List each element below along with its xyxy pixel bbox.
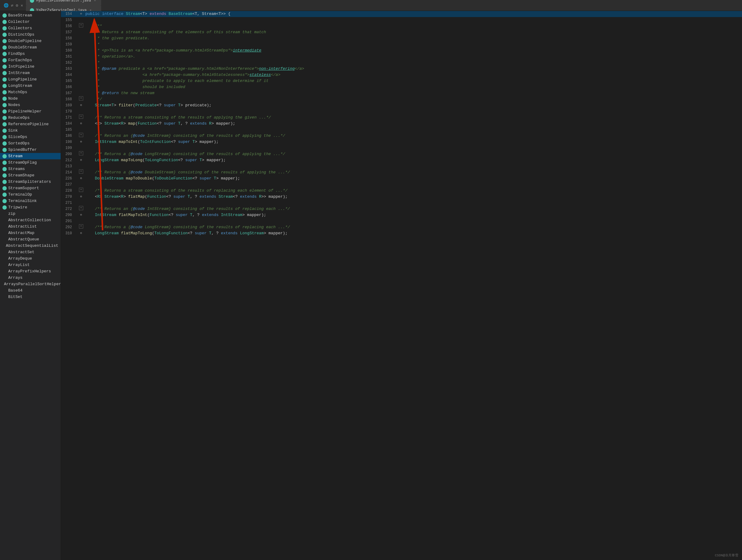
- fold-box-icon[interactable]: +: [79, 206, 83, 210]
- sidebar-item-collectors[interactable]: Collectors: [0, 25, 61, 32]
- fold-box-icon[interactable]: +: [79, 115, 83, 119]
- sidebar-item-doublestream[interactable]: DoubleStream: [0, 44, 61, 51]
- fold-box-icon[interactable]: +: [79, 96, 83, 101]
- code-line-160: 160 * <p>This is an <a href="package-sum…: [61, 48, 742, 54]
- sidebar-item-streamspliterators[interactable]: StreamSpliterators: [0, 178, 61, 185]
- sidebar-item-intstream[interactable]: IntStream: [0, 70, 61, 76]
- fold-box-icon[interactable]: +: [79, 169, 83, 174]
- sidebar-item-distinctops[interactable]: DistinctOps: [0, 32, 61, 38]
- sidebar-item-label: AbstractCollection: [8, 218, 51, 222]
- sidebar-item-stream[interactable]: Stream: [0, 153, 61, 159]
- code-line-212: 212⊕ LongStream mapToLong(ToLongFunction…: [61, 157, 742, 163]
- line-content: * should be included: [85, 84, 742, 90]
- sidebar-item-streams[interactable]: Streams: [0, 166, 61, 172]
- line-number: 155: [61, 17, 77, 23]
- sidebar-item-abstractmap[interactable]: AbstractMap: [0, 230, 61, 236]
- sidebar-item-intpipeline[interactable]: IntPipeline: [0, 63, 61, 70]
- fold-arrow-icon[interactable]: ⊕: [80, 230, 82, 236]
- sidebar-item-findops[interactable]: FindOps: [0, 51, 61, 57]
- fold-box-icon[interactable]: +: [79, 224, 83, 228]
- fold-box-icon[interactable]: +: [79, 151, 83, 155]
- line-content: <R> Stream<R> map(Function<? super T, ? …: [85, 121, 742, 127]
- fold-box-icon[interactable]: +: [79, 23, 83, 27]
- sidebar-item-terminalop[interactable]: TerminalOp: [0, 191, 61, 198]
- class-icon: [2, 186, 7, 190]
- line-gutter: +: [77, 188, 85, 192]
- sidebar-item-spinedbuffer[interactable]: SpinedBuffer: [0, 147, 61, 153]
- fold-arrow-icon[interactable]: ⊕: [80, 157, 82, 163]
- settings-icon: ⚙: [16, 3, 18, 8]
- class-icon: [2, 65, 7, 69]
- class-icon: [2, 148, 7, 152]
- sidebar-item-label: AbstractSequentialList: [6, 243, 58, 248]
- sidebar-item-zip[interactable]: zip: [0, 211, 61, 217]
- sidebar-item-label: StreamShape: [8, 173, 35, 178]
- sidebar-item-streamopflag[interactable]: StreamOpFlag: [0, 159, 61, 166]
- sidebar-item-basestream[interactable]: BaseStream: [0, 12, 61, 18]
- sidebar-item-reduceops[interactable]: ReduceOps: [0, 115, 61, 121]
- sidebar-item-sortedops[interactable]: SortedOps: [0, 140, 61, 147]
- tab-close-mybatis[interactable]: ×: [93, 0, 97, 3]
- fold-arrow-icon[interactable]: ⊕: [80, 212, 82, 218]
- sidebar-item-label: ForEachOps: [8, 58, 32, 62]
- class-icon: [2, 13, 7, 18]
- line-content: /** Returns an {@code IntStream} consist…: [85, 206, 742, 212]
- sidebar-item-longpipeline[interactable]: LongPipeline: [0, 76, 61, 82]
- sidebar-item-collector[interactable]: Collector: [0, 18, 61, 25]
- line-number: 291: [61, 218, 77, 224]
- fold-arrow-icon[interactable]: ⊕: [80, 175, 82, 182]
- fold-arrow-icon[interactable]: ⊕: [80, 102, 82, 108]
- sidebar-item-nodes[interactable]: Nodes: [0, 102, 61, 108]
- line-gutter: ⊕: [77, 157, 85, 163]
- sidebar-item-arrays[interactable]: Arrays: [0, 275, 61, 281]
- code-line-214: 214+ /** Returns a {@code DoubleStream} …: [61, 169, 742, 175]
- code-line-270: 270⊕ <R> Stream<R> flatMap(Function<? su…: [61, 194, 742, 200]
- fold-arrow-icon[interactable]: ⊕: [80, 194, 82, 200]
- sidebar-item-foreachops[interactable]: ForEachOps: [0, 57, 61, 63]
- sidebar-item-abstractcollection[interactable]: AbstractCollection: [0, 217, 61, 223]
- fold-box-icon[interactable]: +: [79, 188, 83, 192]
- fold-arrow-icon[interactable]: ⊕: [80, 139, 82, 145]
- fold-box-icon[interactable]: +: [79, 133, 83, 137]
- sidebar-item-abstractqueue[interactable]: AbstractQueue: [0, 236, 61, 242]
- sidebar-item-arraylist[interactable]: ArrayList: [0, 262, 61, 268]
- sidebar-item-doublepipeline[interactable]: DoublePipeline: [0, 38, 61, 44]
- sidebar-item-pipelinehelper[interactable]: PipelineHelper: [0, 108, 61, 115]
- sidebar-item-bitset[interactable]: BitSet: [0, 294, 61, 300]
- sidebar-item-matchops[interactable]: MatchOps: [0, 89, 61, 95]
- sidebar-item-sink[interactable]: Sink: [0, 127, 61, 134]
- split-icon: ⇄: [11, 3, 13, 8]
- line-content: * @return the new stream: [85, 90, 742, 96]
- sidebar-item-arraydeque[interactable]: ArrayDeque: [0, 255, 61, 262]
- line-number: 159: [61, 42, 77, 48]
- fold-arrow-icon[interactable]: ⊕: [80, 11, 82, 17]
- line-gutter: ⊕: [77, 11, 85, 17]
- code-line-162: 162 *: [61, 60, 742, 66]
- sidebar-item-referencepipeline[interactable]: ReferencePipeline: [0, 121, 61, 127]
- line-number: 166: [61, 84, 77, 90]
- code-line-228: 228+ /** Returns a stream consisting of …: [61, 188, 742, 194]
- line-gutter: +: [77, 151, 85, 155]
- sidebar-item-abstractsequentiallist[interactable]: AbstractSequentialList: [0, 242, 61, 249]
- sidebar-item-longstream[interactable]: LongStream: [0, 82, 61, 89]
- sidebar-item-label: AbstractMap: [8, 231, 35, 235]
- class-icon: [2, 180, 7, 184]
- sidebar-item-tripwire[interactable]: Tripwire: [0, 204, 61, 211]
- sidebar-item-label: Node: [8, 96, 18, 101]
- sidebar-item-terminalsink[interactable]: TerminalSink: [0, 198, 61, 204]
- code-view[interactable]: 154⊕public interface Stream<T> extends B…: [61, 11, 742, 560]
- sidebar-item-arrayprefixhelpers[interactable]: ArrayPrefixHelpers: [0, 268, 61, 275]
- sidebar-item-abstractlist[interactable]: AbstractList: [0, 223, 61, 230]
- tab-mybatis[interactable]: MyBatisPlusGenerator.java×: [26, 0, 101, 5]
- sidebar-item-abstractset[interactable]: AbstractSet: [0, 249, 61, 255]
- sidebar-item-streamshape[interactable]: StreamShape: [0, 172, 61, 178]
- sidebar-item-arraysparallelsorthelpers[interactable]: ArraysParallelSortHelpers: [0, 281, 61, 287]
- sidebar-item-streamsupport[interactable]: StreamSupport: [0, 185, 61, 191]
- line-gutter: +: [77, 96, 85, 101]
- fold-arrow-icon[interactable]: ⊕: [80, 121, 82, 127]
- line-gutter: +: [77, 115, 85, 119]
- sidebar-item-base64[interactable]: Base64: [0, 287, 61, 294]
- sidebar-item-sliceops[interactable]: SliceOps: [0, 134, 61, 140]
- line-number: 184: [61, 121, 77, 127]
- sidebar-item-node[interactable]: Node: [0, 95, 61, 102]
